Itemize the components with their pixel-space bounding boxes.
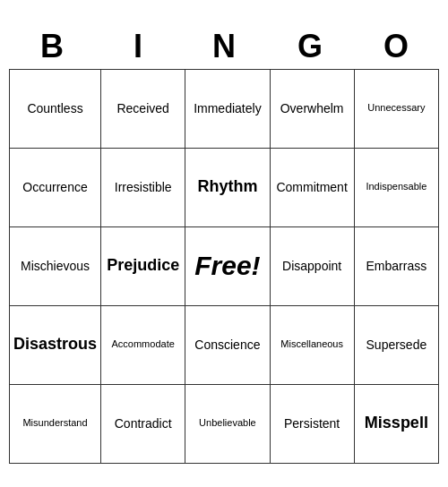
cell-text: Countless: [27, 101, 82, 116]
bingo-cell: Immediately: [185, 70, 270, 149]
cell-text: Accommodate: [112, 338, 175, 350]
bingo-cell: Accommodate: [101, 306, 185, 385]
cell-text: Overwhelm: [280, 101, 344, 116]
header-letter: O: [353, 24, 439, 69]
bingo-cell: Countless: [10, 70, 101, 149]
cell-text: Unnecessary: [367, 102, 425, 114]
header-letter: B: [9, 24, 95, 69]
bingo-cell: Commitment: [271, 149, 355, 227]
bingo-cell: Misunderstand: [10, 385, 101, 464]
cell-text: Irresistible: [115, 180, 172, 195]
cell-text: Misunderstand: [22, 417, 87, 429]
bingo-cell: Rhythm: [185, 149, 270, 227]
bingo-cell: Prejudice: [101, 227, 185, 306]
header-letter: I: [95, 24, 181, 69]
bingo-cell: Contradict: [101, 385, 185, 464]
cell-text: Supersede: [366, 337, 427, 353]
bingo-cell: Embarrass: [355, 227, 439, 306]
cell-text: Occurrence: [22, 180, 87, 195]
cell-text: Mischievous: [21, 259, 90, 274]
bingo-cell: Overwhelm: [271, 70, 355, 149]
cell-text: Miscellaneous: [280, 338, 343, 350]
cell-text: Embarrass: [366, 259, 427, 274]
cell-text: Disastrous: [13, 335, 97, 355]
bingo-cell: Occurrence: [10, 149, 101, 227]
cell-text: Indispensable: [366, 181, 426, 192]
cell-text: Received: [116, 101, 168, 116]
cell-text: Rhythm: [197, 177, 257, 197]
bingo-cell: Irresistible: [101, 149, 185, 227]
cell-text: Contradict: [115, 416, 172, 431]
bingo-cell: Conscience: [185, 306, 270, 385]
cell-text: Persistent: [284, 416, 340, 431]
bingo-cell: Indispensable: [355, 149, 439, 227]
cell-text: Commitment: [276, 180, 347, 195]
bingo-cell: Supersede: [355, 306, 439, 385]
cell-text: Immediately: [194, 101, 261, 116]
cell-text: Conscience: [194, 337, 260, 353]
header-letter: N: [181, 24, 267, 69]
bingo-cell: Received: [101, 70, 185, 149]
bingo-cell: Mischievous: [10, 227, 101, 306]
cell-text: Prejudice: [107, 256, 179, 276]
bingo-cell: Disappoint: [271, 227, 355, 306]
cell-text: Free!: [194, 251, 260, 281]
header-letter: G: [267, 24, 353, 69]
bingo-cell: Unnecessary: [355, 70, 439, 149]
bingo-grid: CountlessReceivedImmediatelyOverwhelmUnn…: [9, 69, 439, 464]
cell-text: Misspell: [365, 414, 428, 433]
bingo-card: BINGO CountlessReceivedImmediatelyOverwh…: [9, 24, 439, 464]
bingo-cell: Persistent: [271, 385, 355, 464]
bingo-cell: Free!: [185, 227, 270, 306]
bingo-cell: Disastrous: [10, 306, 101, 385]
bingo-cell: Misspell: [355, 385, 439, 464]
bingo-cell: Unbelievable: [185, 385, 270, 464]
cell-text: Disappoint: [282, 259, 341, 274]
bingo-cell: Miscellaneous: [271, 306, 355, 385]
bingo-header: BINGO: [9, 24, 439, 69]
cell-text: Unbelievable: [199, 417, 256, 429]
